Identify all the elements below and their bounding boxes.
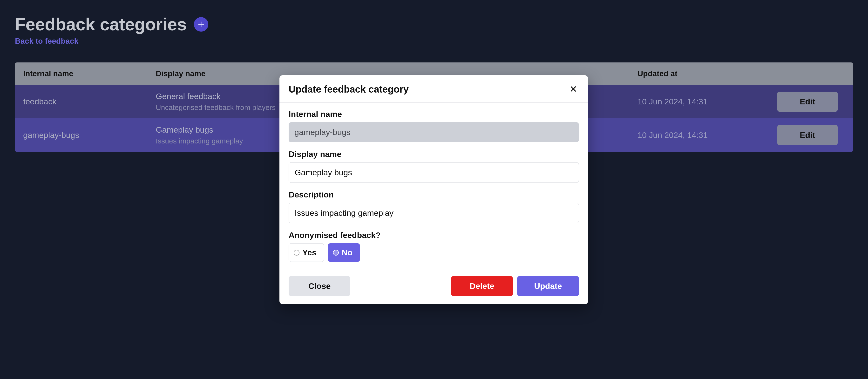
- edit-button[interactable]: Edit: [777, 125, 838, 145]
- field-group-internal-name: Internal name gameplay-bugs: [289, 109, 579, 142]
- radio-option-no[interactable]: No: [328, 243, 360, 262]
- column-header-updated: Updated at: [638, 69, 777, 78]
- field-group-anonymised: Anonymised feedback? Yes No: [289, 230, 579, 262]
- cell-internal-name: gameplay-bugs: [23, 130, 156, 140]
- cell-updated-at: 10 Jun 2024, 14:31: [638, 130, 777, 140]
- radio-yes-label: Yes: [302, 248, 317, 257]
- modal-footer: Close Delete Update: [279, 269, 588, 304]
- anonymised-radio-group: Yes No: [289, 243, 579, 262]
- modal-close-button[interactable]: [568, 84, 579, 95]
- update-category-modal: Update feedback category Internal name g…: [279, 75, 588, 304]
- modal-header: Update feedback category: [279, 75, 588, 103]
- radio-no-label: No: [342, 248, 352, 257]
- cell-actions: Edit: [777, 125, 845, 145]
- delete-button[interactable]: Delete: [451, 276, 513, 296]
- back-to-feedback-link[interactable]: Back to feedback: [15, 37, 79, 45]
- column-header-internal: Internal name: [23, 69, 156, 78]
- page-header: Feedback categories: [15, 14, 853, 34]
- internal-name-label: Internal name: [289, 109, 579, 119]
- radio-circle-icon: [333, 250, 339, 256]
- display-name-input[interactable]: [289, 162, 579, 183]
- description-input[interactable]: [289, 203, 579, 223]
- add-category-button[interactable]: [194, 17, 208, 32]
- modal-footer-right: Delete Update: [451, 276, 579, 296]
- update-button[interactable]: Update: [517, 276, 579, 296]
- cell-actions: Edit: [777, 92, 845, 112]
- radio-circle-icon: [294, 250, 300, 256]
- edit-button[interactable]: Edit: [777, 92, 838, 112]
- radio-option-yes[interactable]: Yes: [289, 243, 324, 262]
- modal-body: Internal name gameplay-bugs Display name…: [279, 103, 588, 269]
- description-label: Description: [289, 190, 579, 199]
- close-button[interactable]: Close: [289, 276, 350, 296]
- close-icon: [569, 85, 578, 93]
- modal-title: Update feedback category: [289, 84, 409, 95]
- display-name-label: Display name: [289, 150, 579, 159]
- page-title: Feedback categories: [15, 14, 187, 34]
- anonymised-label: Anonymised feedback?: [289, 230, 579, 240]
- field-group-description: Description: [289, 190, 579, 223]
- internal-name-input: gameplay-bugs: [289, 122, 579, 142]
- column-header-actions: [777, 69, 845, 78]
- cell-internal-name: feedback: [23, 97, 156, 106]
- field-group-display-name: Display name: [289, 150, 579, 183]
- cell-updated-at: 10 Jun 2024, 14:31: [638, 97, 777, 106]
- plus-icon: [197, 20, 205, 28]
